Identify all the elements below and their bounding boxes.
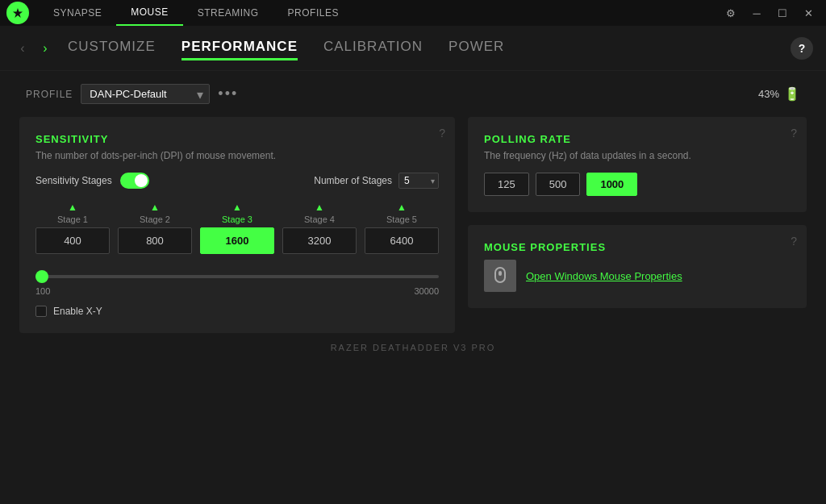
toggle-label: Sensitivity Stages	[35, 175, 112, 186]
stage-5-label: Stage 5	[386, 215, 417, 224]
polling-rate-description: The frequency (Hz) of data updates in a …	[484, 150, 791, 161]
stage-box-3: ▲ Stage 3	[200, 202, 274, 254]
nav-tabs: CUSTOMIZE PERFORMANCE CALIBRATION POWER	[68, 35, 791, 60]
polling-125-button[interactable]: 125	[484, 173, 529, 196]
stage-3-arrow: ▲	[232, 202, 242, 213]
polling-rate-title: POLLING RATE	[484, 133, 791, 145]
mouse-properties-link-label[interactable]: Open Windows Mouse Properties	[526, 270, 682, 282]
stage-2-arrow: ▲	[150, 202, 160, 213]
title-tab-mouse[interactable]: MOUSE	[116, 0, 183, 26]
stage-5-arrow: ▲	[397, 202, 407, 213]
stage-3-label: Stage 3	[222, 215, 252, 224]
footer-label: RAZER DEATHADDER V3 PRO	[331, 343, 496, 352]
stages-select-wrap: 5 1 2 3 4	[398, 173, 439, 189]
stage-4-label: Stage 4	[304, 215, 335, 224]
maximize-button[interactable]: ☐	[771, 4, 794, 22]
footer: RAZER DEATHADDER V3 PRO	[0, 333, 826, 362]
nav-bar: ‹ › CUSTOMIZE PERFORMANCE CALIBRATION PO…	[0, 26, 826, 71]
stage-4-arrow: ▲	[315, 202, 324, 213]
xy-checkbox-label: Enable X-Y	[53, 306, 102, 317]
mouse-properties-panel: ? MOUSE PROPERTIES Open Windows Mouse Pr…	[468, 225, 807, 308]
mouse-properties-link[interactable]: Open Windows Mouse Properties	[484, 260, 791, 292]
polling-info-icon[interactable]: ?	[791, 127, 797, 140]
tab-customize[interactable]: CUSTOMIZE	[68, 35, 156, 60]
polling-1000-button[interactable]: 1000	[586, 173, 637, 196]
settings-button[interactable]: ⚙	[720, 4, 742, 22]
help-button[interactable]: ?	[791, 37, 813, 60]
title-nav-tabs: SYNAPSE MOUSE STREAMING PROFILES	[39, 0, 353, 26]
mouse-properties-title: MOUSE PROPERTIES	[484, 241, 791, 253]
minimize-button[interactable]: ─	[745, 4, 768, 22]
back-arrow[interactable]: ‹	[13, 39, 32, 58]
slider-min-label: 100	[35, 286, 50, 296]
tab-calibration[interactable]: CALIBRATION	[323, 35, 423, 60]
polling-rate-panel: ? POLLING RATE The frequency (Hz) of dat…	[468, 117, 807, 212]
app-logo	[6, 2, 29, 24]
stage-1-arrow: ▲	[68, 202, 77, 213]
sensitivity-description: The number of dots-per-inch (DPI) of mou…	[35, 150, 439, 161]
sensitivity-toggle[interactable]	[120, 173, 149, 189]
stages-select[interactable]: 5 1 2 3 4	[398, 173, 439, 189]
sensitivity-title: SENSITIVITY	[35, 133, 439, 145]
stage-box-2: ▲ Stage 2	[118, 202, 192, 254]
battery-percent: 43%	[758, 88, 779, 100]
polling-buttons: 125 500 1000	[484, 173, 791, 196]
stage-1-input[interactable]	[35, 227, 110, 254]
stages-label: Number of Stages	[314, 175, 392, 186]
stages-container: ▲ Stage 1 ▲ Stage 2 ▲ Stage 3 ▲ Stage 4 …	[35, 202, 439, 254]
title-bar: SYNAPSE MOUSE STREAMING PROFILES ⚙ ─ ☐ ✕	[0, 0, 826, 26]
title-tab-synapse[interactable]: SYNAPSE	[39, 0, 116, 26]
profile-bar: PROFILE DAN-PC-Default Profile 2 Profile…	[0, 71, 826, 117]
xy-checkbox[interactable]	[35, 306, 47, 317]
battery-info: 43% 🔋	[758, 86, 800, 102]
stage-box-4: ▲ Stage 4	[282, 202, 357, 254]
stage-3-input[interactable]	[200, 227, 274, 254]
battery-icon: 🔋	[784, 86, 800, 102]
slider-max-label: 30000	[414, 286, 439, 296]
dpi-slider-row: 100 30000	[35, 267, 439, 296]
title-tab-profiles[interactable]: PROFILES	[273, 0, 353, 26]
profile-select-wrap: DAN-PC-Default Profile 2 Profile 3	[81, 84, 210, 104]
stage-box-5: ▲ Stage 5	[365, 202, 439, 254]
sensitivity-panel: ? SENSITIVITY The number of dots-per-inc…	[19, 117, 455, 333]
title-tab-streaming[interactable]: STREAMING	[183, 0, 273, 26]
mouse-properties-icon	[484, 260, 516, 292]
stage-1-label: Stage 1	[57, 215, 88, 224]
close-button[interactable]: ✕	[797, 4, 820, 22]
main-content: ? SENSITIVITY The number of dots-per-inc…	[0, 117, 826, 333]
nav-arrows: ‹ ›	[13, 39, 55, 58]
svg-rect-2	[499, 271, 502, 276]
profile-select[interactable]: DAN-PC-Default Profile 2 Profile 3	[81, 84, 210, 104]
stage-4-input[interactable]	[282, 227, 357, 254]
tab-performance[interactable]: PERFORMANCE	[181, 35, 298, 60]
polling-500-button[interactable]: 500	[536, 173, 581, 196]
sensitivity-info-icon[interactable]: ?	[439, 127, 445, 140]
stage-2-input[interactable]	[118, 227, 192, 254]
window-controls: ⚙ ─ ☐ ✕	[720, 4, 820, 22]
dpi-slider[interactable]	[35, 275, 439, 278]
mouse-props-info-icon[interactable]: ?	[791, 235, 797, 248]
forward-arrow[interactable]: ›	[35, 39, 55, 58]
tab-power[interactable]: POWER	[448, 35, 504, 60]
right-panels: ? POLLING RATE The frequency (Hz) of dat…	[468, 117, 807, 333]
xy-checkbox-row: Enable X-Y	[35, 306, 439, 317]
sensitivity-controls: Sensitivity Stages Number of Stages 5 1 …	[35, 173, 439, 189]
stage-2-label: Stage 2	[140, 215, 170, 224]
stage-5-input[interactable]	[365, 227, 439, 254]
profile-label: PROFILE	[26, 89, 73, 100]
profile-menu-dots[interactable]: •••	[218, 85, 238, 102]
slider-labels: 100 30000	[35, 286, 439, 296]
stage-box-1: ▲ Stage 1	[35, 202, 110, 254]
